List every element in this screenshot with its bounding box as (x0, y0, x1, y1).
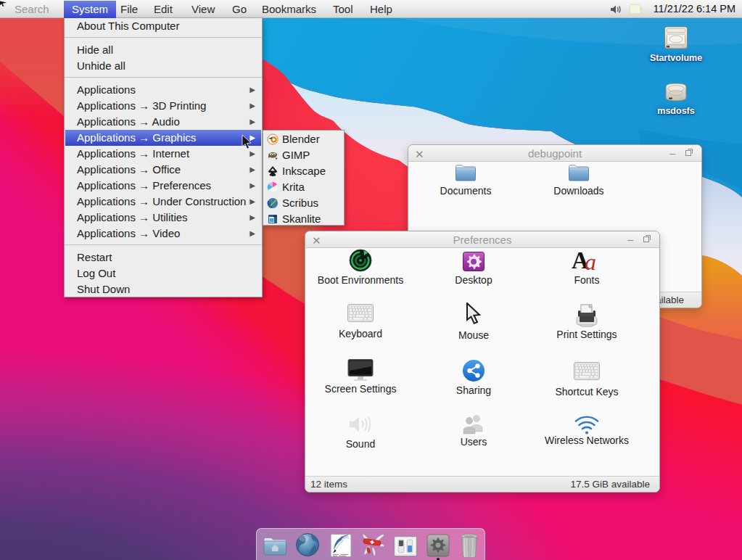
svg-text:a: a (585, 249, 596, 272)
